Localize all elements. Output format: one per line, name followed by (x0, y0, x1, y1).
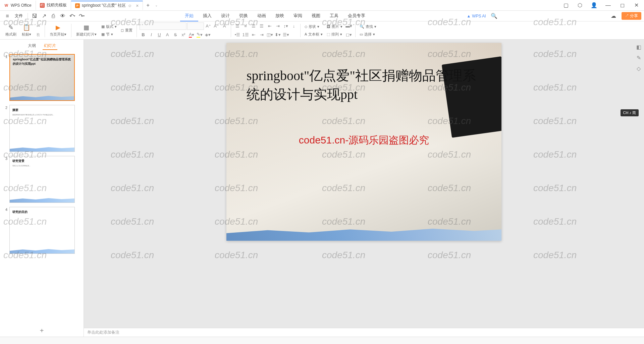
start-from-page-button[interactable]: ▶ 当页开始▾ (50, 24, 66, 37)
font-color-icon[interactable]: A▾ (188, 31, 195, 39)
vertical-align-icon[interactable]: ⬍▾ (274, 31, 281, 39)
format-painter-button[interactable]: ✎ 格式刷 (5, 24, 16, 37)
highlight-color-icon[interactable]: ✎▾ (196, 31, 203, 39)
underline-icon[interactable]: U (156, 31, 163, 39)
thumbnail-item[interactable]: 4 研究的目的 (3, 207, 80, 254)
menu-tab-review[interactable]: 审阅 (289, 11, 307, 21)
close-tab-icon[interactable]: × (136, 3, 139, 8)
decrease-font-icon[interactable]: A⁻ (213, 22, 220, 30)
align-left-icon[interactable]: ☰ (234, 22, 241, 30)
wps-ai-button[interactable]: ▲ WPS AI (467, 14, 486, 18)
align-center-icon[interactable]: ≡ (242, 22, 249, 30)
menu-tab-design[interactable]: 设计 (216, 11, 234, 21)
text-direction-icon[interactable]: ↓ (290, 22, 298, 30)
arrange-button[interactable]: ⬚ 排列▾ (325, 31, 344, 38)
clear-format-icon[interactable]: ◈▾ (204, 31, 211, 39)
outline-tab[interactable]: 大纲 (26, 42, 37, 50)
superscript-icon[interactable]: x² (180, 31, 187, 39)
paste-button[interactable]: 📋 粘贴▾ (22, 24, 31, 37)
slide-canvas[interactable]: springboot"亿点爱"社区捐赠物品管理系统的设计与实现ppt code5… (226, 43, 501, 241)
tab-templates[interactable]: 稻 找稻壳模板 (36, 1, 71, 10)
undo-icon[interactable]: ↶▾ (68, 12, 76, 20)
minimize-button[interactable]: — (603, 0, 613, 10)
find-button[interactable]: 🔍 查找▾ (358, 23, 378, 30)
tab-chevron-icon[interactable]: ⌄ (153, 3, 160, 7)
save-icon[interactable]: 🖫 (31, 12, 39, 20)
preview-icon[interactable]: 👁 (59, 12, 67, 20)
menu-tab-tools[interactable]: 工具 (325, 11, 343, 21)
hamburger-icon[interactable]: ≡ (3, 12, 11, 20)
tool-icon[interactable]: ◇ (635, 64, 643, 72)
notes-input[interactable]: 单击此处添加备注 (84, 328, 644, 337)
new-slide-button[interactable]: ▦ 新建幻灯片▾ (76, 24, 97, 37)
file-menu[interactable]: 文件 (12, 13, 25, 19)
menu-tab-slideshow[interactable]: 放映 (271, 11, 289, 21)
font-family-select[interactable] (140, 22, 186, 30)
copy-icon[interactable]: ⎘ (35, 31, 42, 39)
increase-font-icon[interactable]: A⁺ (205, 22, 212, 30)
strikethrough-icon[interactable]: S̶ (172, 31, 179, 39)
cut-icon[interactable]: ✂ (35, 22, 42, 30)
outline-icon[interactable]: ◻▾ (345, 31, 353, 39)
line-spacing-icon[interactable]: ↕▾ (282, 22, 289, 30)
columns-icon[interactable]: ◫▾ (266, 31, 273, 39)
align-justify-icon[interactable]: ☰ (258, 22, 265, 30)
menu-tab-start[interactable]: 开始 (180, 11, 198, 21)
slide-thumbnail-2[interactable]: 摘要 随着网络科技的不断发展以及人们经济水平的逐步提高... (9, 105, 75, 152)
decrease-indent-icon[interactable]: ⇤ (250, 31, 257, 39)
image-button[interactable]: 🖼 图片▾ (325, 23, 344, 30)
add-tab-button[interactable]: + (143, 2, 153, 8)
indent-right-icon[interactable]: ⇥ (274, 22, 281, 30)
tab-wps-office[interactable]: W WPS Office (0, 1, 36, 10)
select-button[interactable]: ▭ 选择▾ (358, 31, 378, 38)
add-slide-button[interactable]: + (40, 327, 44, 335)
increase-indent-icon[interactable]: ⇥ (258, 31, 265, 39)
tab-document[interactable]: P springboot "亿点爱" 社区 ☺ × (71, 1, 143, 10)
search-icon[interactable]: 🔍 (490, 12, 498, 20)
share-button[interactable]: ↗ 分享 (622, 12, 641, 20)
thumbnail-item[interactable]: 1 springboot"亿点爱"社区捐赠物品管理系统的设计与实现ppt (3, 54, 80, 101)
align-right-icon[interactable]: ☰ (250, 22, 257, 30)
close-button[interactable]: ✕ (631, 0, 641, 10)
menu-tab-view[interactable]: 视图 (307, 11, 325, 21)
slide-thumbnail-1[interactable]: springboot"亿点爱"社区捐赠物品管理系统的设计与实现ppt (9, 54, 75, 101)
textbox-button[interactable]: A 文本框▾ (303, 31, 324, 38)
layout-button[interactable]: ▦ 版式▾ (100, 23, 118, 30)
numbering-icon[interactable]: 1☰ (242, 31, 249, 39)
slides-tab[interactable]: 幻灯片 (43, 42, 57, 50)
menu-tab-member[interactable]: 会员专享 (343, 11, 370, 21)
redo-icon[interactable]: ↷▾ (77, 12, 86, 20)
menu-tab-transition[interactable]: 切换 (234, 11, 253, 21)
cloud-icon[interactable]: ☁ (609, 12, 618, 20)
italic-icon[interactable]: I (148, 31, 155, 39)
shape-button[interactable]: ◇ 形状▾ (303, 23, 324, 30)
menu-tab-insert[interactable]: 插入 (198, 11, 216, 21)
window-icon[interactable]: ▢ (561, 0, 571, 10)
slide-thumbnail-3[interactable]: 研究背景 现在人们生活质量提高... (9, 156, 75, 203)
fill-icon[interactable]: ▬▾ (345, 22, 353, 30)
reset-button[interactable]: ◻ 重置 (119, 27, 134, 34)
thumbnail-item[interactable]: 2 摘要 随着网络科技的不断发展以及人们经济水平的逐步提高... (3, 105, 80, 152)
highlight-icon[interactable]: A (164, 31, 171, 39)
canvas-scroll[interactable]: springboot"亿点爱"社区捐赠物品管理系统的设计与实现ppt code5… (84, 40, 644, 328)
slide-title-text[interactable]: springboot"亿点爱"社区捐赠物品管理系统的设计与实现ppt (247, 66, 481, 104)
bold-icon[interactable]: B (140, 31, 147, 39)
indent-left-icon[interactable]: ⇤ (266, 22, 273, 30)
slide-thumbnail-4[interactable]: 研究的目的 (9, 207, 75, 254)
menu-tab-animation[interactable]: 动画 (253, 11, 271, 21)
section-button[interactable]: ▦ 节▾ (100, 31, 118, 38)
tool-icon[interactable]: ✎ (635, 54, 643, 62)
font-size-select[interactable] (187, 22, 204, 30)
more-align-icon[interactable]: ☰▾ (282, 31, 289, 39)
maximize-button[interactable]: ◻ (617, 0, 627, 10)
print-icon[interactable]: ⎙ (49, 12, 57, 20)
thumbnail-list[interactable]: 1 springboot"亿点爱"社区捐赠物品管理系统的设计与实现ppt 2 摘… (0, 51, 84, 325)
export-icon[interactable]: ↗ (40, 12, 48, 20)
avatar-icon[interactable]: 👤 (589, 0, 599, 10)
change-case-icon[interactable]: Ā (221, 22, 228, 30)
thumbnail-item[interactable]: 3 研究背景 现在人们生活质量提高... (3, 156, 80, 203)
ime-indicator[interactable]: CH ♪ 简 (621, 109, 639, 116)
tool-icon[interactable]: ◧ (635, 43, 643, 51)
bullets-icon[interactable]: •☰ (234, 31, 241, 39)
cube-icon[interactable]: ⬡ (575, 0, 585, 10)
